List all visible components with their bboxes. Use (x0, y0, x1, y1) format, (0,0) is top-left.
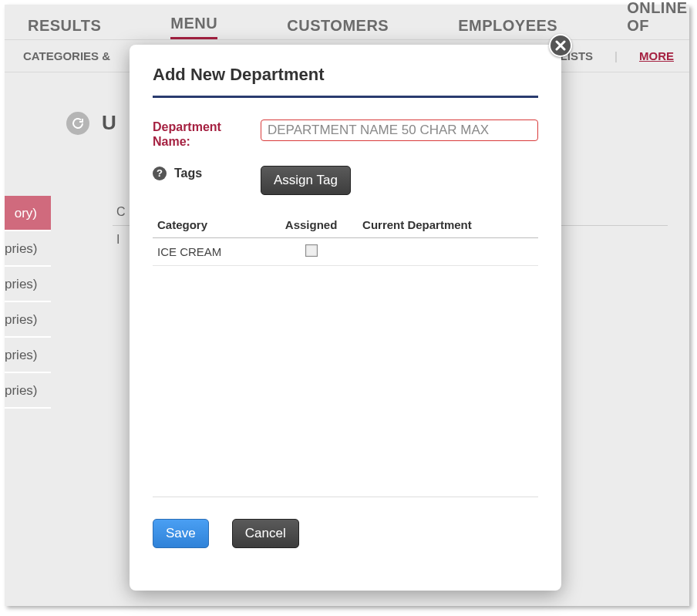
tab-menu[interactable]: MENU (170, 15, 217, 39)
assign-tag-button[interactable]: Assign Tag (261, 166, 351, 195)
dept-name-input[interactable] (261, 119, 538, 141)
modal-spacer (153, 266, 538, 497)
col-category: Category (153, 212, 264, 238)
page-title: U (102, 111, 116, 135)
tags-label: Tags (174, 166, 202, 180)
dept-name-label: Department Name: (153, 119, 261, 149)
cell-category: ICE CREAM (153, 238, 264, 266)
subtab-categories[interactable]: CATEGORIES & (23, 49, 110, 62)
bg-letter-c: C (116, 205, 126, 219)
subtab-more[interactable]: MORE (639, 49, 674, 62)
col-assigned: Assigned (264, 212, 358, 238)
table-row: ICE CREAM (153, 238, 538, 266)
cancel-button[interactable]: Cancel (232, 519, 299, 548)
sidebar-item[interactable]: pries) (5, 267, 51, 302)
tags-row: ? Tags Assign Tag (153, 166, 538, 195)
tab-results[interactable]: RESULTS (28, 17, 101, 39)
tags-label-wrap: ? Tags (153, 166, 261, 180)
tab-customers[interactable]: CUSTOMERS (287, 17, 389, 39)
save-button[interactable]: Save (153, 519, 209, 548)
app-frame: RESULTS MENU CUSTOMERS EMPLOYEES ONLINE … (5, 5, 689, 606)
refresh-icon[interactable] (66, 112, 89, 135)
dept-name-row: Department Name: (153, 119, 538, 149)
cell-current (358, 238, 538, 266)
col-current-dept: Current Department (358, 212, 538, 238)
add-department-modal: Add New Department Department Name: ? Ta… (130, 45, 561, 591)
bg-letter-i: I (116, 233, 120, 247)
sidebar-item[interactable]: pries) (5, 302, 51, 338)
tab-employees[interactable]: EMPLOYEES (458, 17, 557, 39)
modal-footer: Save Cancel (153, 519, 538, 548)
close-icon[interactable] (549, 34, 572, 57)
sidebar-item-active[interactable]: ory) (5, 196, 51, 231)
sidebar: ory) pries) pries) pries) pries) pries) (5, 196, 51, 409)
cell-assigned (264, 238, 358, 266)
category-table: Category Assigned Current Department ICE… (153, 212, 538, 266)
sidebar-item[interactable]: pries) (5, 373, 51, 409)
separator: | (615, 49, 618, 62)
assigned-checkbox[interactable] (305, 244, 318, 257)
top-tabs: RESULTS MENU CUSTOMERS EMPLOYEES ONLINE … (5, 5, 689, 40)
sidebar-item[interactable]: pries) (5, 338, 51, 373)
modal-title: Add New Department (153, 65, 538, 98)
sidebar-item[interactable]: pries) (5, 231, 51, 267)
help-icon[interactable]: ? (153, 167, 167, 180)
tab-online[interactable]: ONLINE OF (627, 0, 689, 39)
